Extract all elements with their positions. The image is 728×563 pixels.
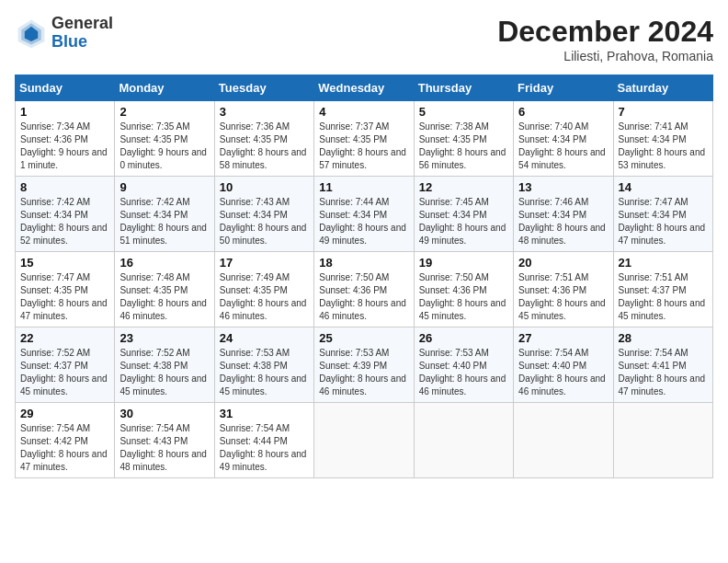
- day-info: Sunrise: 7:52 AMSunset: 4:38 PMDaylight:…: [119, 348, 207, 396]
- calendar-cell: [613, 403, 712, 478]
- calendar-cell: 27 Sunrise: 7:54 AMSunset: 4:40 PMDaylig…: [514, 327, 613, 403]
- day-number: 10: [220, 180, 309, 194]
- day-info: Sunrise: 7:45 AMSunset: 4:34 PMDaylight:…: [419, 197, 506, 246]
- calendar-cell: 29 Sunrise: 7:54 AMSunset: 4:42 PMDaylig…: [16, 403, 115, 478]
- col-friday: Friday: [514, 75, 613, 101]
- day-info: Sunrise: 7:49 AMSunset: 4:35 PMDaylight:…: [220, 272, 307, 321]
- day-number: 1: [20, 105, 109, 119]
- day-number: 2: [119, 105, 209, 119]
- logo: General Blue: [15, 15, 113, 52]
- day-info: Sunrise: 7:42 AMSunset: 4:34 PMDaylight:…: [20, 197, 108, 246]
- calendar-cell: 1 Sunrise: 7:34 AMSunset: 4:36 PMDayligh…: [16, 101, 115, 177]
- day-number: 4: [319, 105, 408, 119]
- day-info: Sunrise: 7:44 AMSunset: 4:34 PMDaylight:…: [319, 197, 406, 246]
- day-info: Sunrise: 7:41 AMSunset: 4:34 PMDaylight:…: [619, 121, 706, 170]
- day-info: Sunrise: 7:53 AMSunset: 4:38 PMDaylight:…: [220, 348, 307, 396]
- day-number: 9: [119, 180, 209, 194]
- day-info: Sunrise: 7:35 AMSunset: 4:35 PMDaylight:…: [119, 121, 207, 170]
- calendar-cell: 6 Sunrise: 7:40 AMSunset: 4:34 PMDayligh…: [514, 101, 613, 177]
- day-number: 27: [518, 331, 608, 345]
- page-header: General Blue December 2024 Liliesti, Pra…: [15, 15, 713, 63]
- day-number: 15: [20, 256, 109, 270]
- month-year: December 2024: [497, 15, 713, 49]
- day-number: 12: [419, 180, 508, 194]
- calendar-cell: [414, 403, 513, 478]
- day-number: 18: [319, 256, 408, 270]
- day-info: Sunrise: 7:36 AMSunset: 4:35 PMDaylight:…: [220, 121, 307, 170]
- day-info: Sunrise: 7:37 AMSunset: 4:35 PMDaylight:…: [319, 121, 406, 170]
- calendar-cell: 19 Sunrise: 7:50 AMSunset: 4:36 PMDaylig…: [414, 252, 513, 327]
- day-number: 14: [619, 180, 708, 194]
- day-info: Sunrise: 7:54 AMSunset: 4:44 PMDaylight:…: [220, 423, 307, 472]
- calendar-cell: 21 Sunrise: 7:51 AMSunset: 4:37 PMDaylig…: [613, 252, 712, 327]
- day-number: 8: [20, 180, 109, 194]
- day-info: Sunrise: 7:34 AMSunset: 4:36 PMDaylight:…: [20, 121, 108, 170]
- day-number: 24: [220, 331, 309, 345]
- col-monday: Monday: [115, 75, 214, 101]
- calendar-cell: 30 Sunrise: 7:54 AMSunset: 4:43 PMDaylig…: [115, 403, 214, 478]
- calendar-cell: 2 Sunrise: 7:35 AMSunset: 4:35 PMDayligh…: [115, 101, 214, 177]
- location: Liliesti, Prahova, Romania: [497, 49, 713, 63]
- day-number: 31: [220, 407, 309, 420]
- calendar-cell: 9 Sunrise: 7:42 AMSunset: 4:34 PMDayligh…: [115, 177, 214, 252]
- day-info: Sunrise: 7:48 AMSunset: 4:35 PMDaylight:…: [119, 272, 207, 321]
- calendar-cell: 10 Sunrise: 7:43 AMSunset: 4:34 PMDaylig…: [214, 177, 313, 252]
- calendar-cell: 4 Sunrise: 7:37 AMSunset: 4:35 PMDayligh…: [314, 101, 414, 177]
- day-info: Sunrise: 7:53 AMSunset: 4:39 PMDaylight:…: [319, 348, 406, 396]
- calendar-week-row: 15 Sunrise: 7:47 AMSunset: 4:35 PMDaylig…: [16, 252, 713, 327]
- day-number: 3: [220, 105, 309, 119]
- day-info: Sunrise: 7:52 AMSunset: 4:37 PMDaylight:…: [20, 348, 108, 396]
- day-number: 7: [619, 105, 708, 119]
- day-number: 16: [119, 256, 209, 270]
- day-info: Sunrise: 7:40 AMSunset: 4:34 PMDaylight:…: [518, 121, 606, 170]
- day-info: Sunrise: 7:54 AMSunset: 4:43 PMDaylight:…: [119, 423, 207, 472]
- calendar-week-row: 1 Sunrise: 7:34 AMSunset: 4:36 PMDayligh…: [16, 101, 713, 177]
- calendar-cell: 16 Sunrise: 7:48 AMSunset: 4:35 PMDaylig…: [115, 252, 214, 327]
- calendar-cell: 18 Sunrise: 7:50 AMSunset: 4:36 PMDaylig…: [314, 252, 414, 327]
- calendar-cell: 13 Sunrise: 7:46 AMSunset: 4:34 PMDaylig…: [514, 177, 613, 252]
- calendar-cell: 5 Sunrise: 7:38 AMSunset: 4:35 PMDayligh…: [414, 101, 513, 177]
- calendar-cell: 26 Sunrise: 7:53 AMSunset: 4:40 PMDaylig…: [414, 327, 513, 403]
- calendar-cell: 23 Sunrise: 7:52 AMSunset: 4:38 PMDaylig…: [115, 327, 214, 403]
- calendar-cell: 28 Sunrise: 7:54 AMSunset: 4:41 PMDaylig…: [613, 327, 712, 403]
- day-number: 21: [619, 256, 708, 270]
- day-info: Sunrise: 7:54 AMSunset: 4:41 PMDaylight:…: [619, 348, 706, 396]
- day-number: 25: [319, 331, 408, 345]
- calendar-week-row: 8 Sunrise: 7:42 AMSunset: 4:34 PMDayligh…: [16, 177, 713, 252]
- calendar-cell: 8 Sunrise: 7:42 AMSunset: 4:34 PMDayligh…: [16, 177, 115, 252]
- col-tuesday: Tuesday: [214, 75, 313, 101]
- day-number: 13: [518, 180, 608, 194]
- day-info: Sunrise: 7:50 AMSunset: 4:36 PMDaylight:…: [319, 272, 406, 321]
- logo-icon: [15, 17, 48, 50]
- day-info: Sunrise: 7:47 AMSunset: 4:35 PMDaylight:…: [20, 272, 108, 321]
- day-info: Sunrise: 7:50 AMSunset: 4:36 PMDaylight:…: [419, 272, 506, 321]
- calendar-cell: 12 Sunrise: 7:45 AMSunset: 4:34 PMDaylig…: [414, 177, 513, 252]
- calendar-cell: 25 Sunrise: 7:53 AMSunset: 4:39 PMDaylig…: [314, 327, 414, 403]
- col-wednesday: Wednesday: [314, 75, 414, 101]
- day-info: Sunrise: 7:38 AMSunset: 4:35 PMDaylight:…: [419, 121, 506, 170]
- calendar-cell: [514, 403, 613, 478]
- day-number: 5: [419, 105, 508, 119]
- day-info: Sunrise: 7:54 AMSunset: 4:42 PMDaylight:…: [20, 423, 108, 472]
- day-number: 6: [518, 105, 608, 119]
- day-info: Sunrise: 7:53 AMSunset: 4:40 PMDaylight:…: [419, 348, 506, 396]
- day-info: Sunrise: 7:47 AMSunset: 4:34 PMDaylight:…: [619, 197, 706, 246]
- day-info: Sunrise: 7:54 AMSunset: 4:40 PMDaylight:…: [518, 348, 606, 396]
- day-info: Sunrise: 7:51 AMSunset: 4:37 PMDaylight:…: [619, 272, 706, 321]
- calendar-cell: 22 Sunrise: 7:52 AMSunset: 4:37 PMDaylig…: [16, 327, 115, 403]
- day-number: 30: [119, 407, 209, 420]
- calendar-cell: 20 Sunrise: 7:51 AMSunset: 4:36 PMDaylig…: [514, 252, 613, 327]
- day-number: 23: [119, 331, 209, 345]
- calendar-cell: 17 Sunrise: 7:49 AMSunset: 4:35 PMDaylig…: [214, 252, 313, 327]
- calendar-table: Sunday Monday Tuesday Wednesday Thursday…: [15, 75, 713, 478]
- col-thursday: Thursday: [414, 75, 513, 101]
- day-number: 20: [518, 256, 608, 270]
- calendar-cell: 11 Sunrise: 7:44 AMSunset: 4:34 PMDaylig…: [314, 177, 414, 252]
- calendar-cell: 15 Sunrise: 7:47 AMSunset: 4:35 PMDaylig…: [16, 252, 115, 327]
- day-number: 17: [220, 256, 309, 270]
- title-block: December 2024 Liliesti, Prahova, Romania: [497, 15, 713, 63]
- calendar-cell: 3 Sunrise: 7:36 AMSunset: 4:35 PMDayligh…: [214, 101, 313, 177]
- calendar-cell: 24 Sunrise: 7:53 AMSunset: 4:38 PMDaylig…: [214, 327, 313, 403]
- col-sunday: Sunday: [16, 75, 115, 101]
- calendar-cell: 31 Sunrise: 7:54 AMSunset: 4:44 PMDaylig…: [214, 403, 313, 478]
